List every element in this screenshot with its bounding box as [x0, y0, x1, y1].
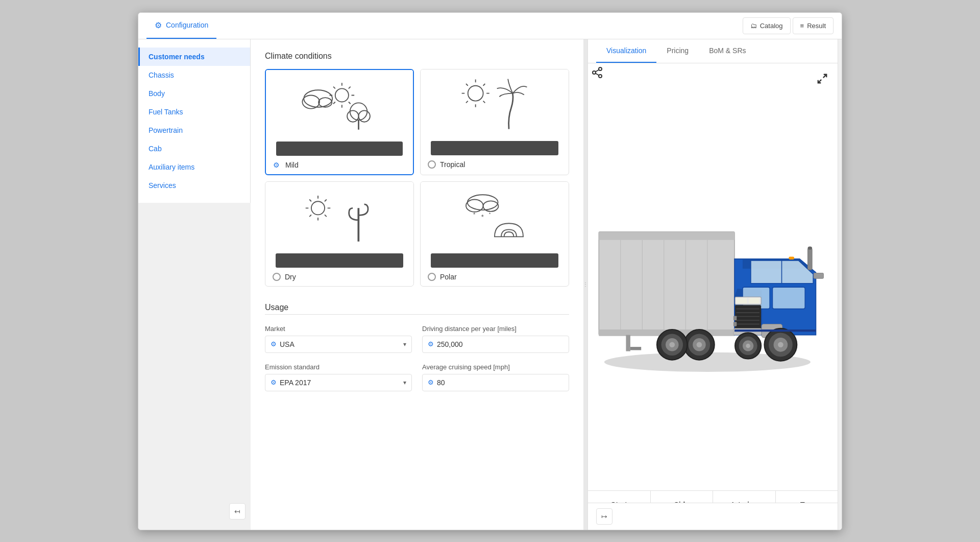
polar-radio[interactable] — [428, 273, 436, 281]
share-button[interactable] — [588, 63, 606, 82]
tab-pricing[interactable]: Pricing — [656, 39, 699, 63]
svg-line-32 — [325, 199, 327, 201]
cruising-speed-field: Average cruising speed [mph] ⚙ 80 — [422, 363, 569, 391]
svg-line-23 — [483, 84, 485, 86]
catalog-label: Catalog — [760, 22, 783, 30]
sidebar-label-powertrain: Powertrain — [149, 126, 183, 134]
sidebar-item-auxiliary[interactable]: Auxiliary items — [138, 158, 250, 176]
sidebar-label-customer-needs: Customer needs — [149, 53, 205, 61]
svg-point-93 — [746, 343, 750, 348]
market-chevron-icon: ▾ — [403, 341, 406, 348]
sidebar-label-services: Services — [149, 181, 176, 190]
sidebar-item-fuel-tanks[interactable]: Fuel Tanks — [138, 103, 250, 121]
view-interior-button[interactable]: Interior — [713, 491, 776, 503]
sidebar-label-chassis: Chassis — [149, 71, 174, 79]
dry-label-row: Dry — [265, 268, 413, 286]
svg-rect-94 — [789, 256, 794, 259]
sidebar-item-customer-needs[interactable]: Customer needs — [138, 48, 250, 66]
result-label: Result — [807, 22, 826, 30]
svg-line-33 — [309, 215, 311, 217]
polar-label-row: Polar — [421, 268, 569, 286]
climate-card-polar[interactable]: * * * — [420, 181, 569, 287]
svg-text:*: * — [481, 213, 484, 220]
view-start-button[interactable]: Start — [588, 491, 651, 503]
climate-card-dry[interactable]: Dry — [265, 181, 414, 287]
expand-right-icon: ↦ — [601, 512, 607, 521]
market-select[interactable]: ⚙ USA ▾ — [265, 336, 412, 353]
svg-line-11 — [333, 102, 335, 104]
result-button[interactable]: ≡ Result — [793, 17, 834, 34]
svg-rect-74 — [814, 273, 823, 278]
expand-right-button[interactable]: ↦ — [596, 508, 612, 525]
right-panel-tabs: Visualization Pricing BoM & SRs — [588, 39, 838, 63]
right-panel-footer: ↦ — [588, 503, 838, 530]
svg-rect-76 — [733, 316, 737, 320]
sidebar-collapse-button[interactable]: ↤ — [229, 503, 246, 520]
sidebar-item-body[interactable]: Body — [138, 84, 250, 103]
main-content: Customer needs Chassis Body Fuel Tanks P… — [138, 39, 842, 530]
resize-handle-center[interactable]: ⋮ — [583, 39, 587, 530]
emission-label: Emission standard — [265, 363, 412, 371]
emission-chevron-icon: ▾ — [403, 379, 406, 386]
sidebar: Customer needs Chassis Body Fuel Tanks P… — [138, 39, 251, 203]
svg-point-3 — [335, 88, 349, 102]
climate-grid: ⚙ Mild — [265, 69, 569, 287]
emission-select[interactable]: ⚙ EPA 2017 ▾ — [265, 374, 412, 391]
title-bar: ⚙ Configuration 🗂 Catalog ≡ Result — [138, 13, 842, 39]
svg-point-73 — [808, 246, 813, 249]
sidebar-item-services[interactable]: Services — [138, 176, 250, 195]
tropical-label: Tropical — [440, 160, 465, 169]
svg-rect-49 — [599, 231, 734, 335]
svg-line-45 — [596, 69, 599, 72]
svg-rect-95 — [734, 329, 816, 332]
polar-label: Polar — [440, 273, 457, 281]
config-tab-label: Configuration — [166, 21, 208, 29]
svg-point-25 — [311, 201, 325, 215]
sidebar-item-powertrain[interactable]: Powertrain — [138, 121, 250, 139]
svg-line-22 — [483, 101, 485, 103]
market-field: Market ⚙ USA ▾ — [265, 325, 412, 353]
truck-container — [588, 82, 838, 490]
tropical-radio[interactable] — [428, 160, 436, 169]
view-top-button[interactable]: Top — [776, 491, 838, 503]
tab-visualization[interactable]: Visualization — [596, 39, 656, 63]
start-label: Start — [611, 501, 627, 503]
title-bar-right: 🗂 Catalog ≡ Result — [743, 13, 834, 39]
svg-point-85 — [669, 342, 675, 347]
svg-point-41 — [599, 67, 602, 70]
sidebar-label-auxiliary: Auxiliary items — [149, 163, 194, 171]
right-scrollbar[interactable] — [838, 39, 842, 530]
catalog-button[interactable]: 🗂 Catalog — [743, 17, 791, 34]
climate-card-img-mild — [266, 70, 413, 142]
driving-distance-display: ⚙ 250,000 — [422, 336, 569, 353]
svg-line-31 — [325, 215, 327, 217]
dry-radio[interactable] — [273, 273, 281, 281]
climate-card-tropical[interactable]: Tropical — [420, 69, 569, 175]
usage-divider — [265, 314, 569, 315]
truck-svg — [588, 82, 838, 490]
tropical-label-row: Tropical — [421, 155, 569, 174]
center-scroll[interactable]: Climate conditions — [251, 39, 583, 530]
pricing-tab-label: Pricing — [667, 46, 689, 55]
market-gear-icon: ⚙ — [271, 340, 277, 348]
sidebar-item-chassis[interactable]: Chassis — [138, 66, 250, 84]
sidebar-item-cab[interactable]: Cab — [138, 139, 250, 158]
sidebar-label-cab: Cab — [149, 145, 162, 153]
view-buttons: Start Side Interior Top — [588, 490, 838, 503]
expand-button[interactable] — [813, 69, 831, 88]
market-value: USA — [280, 340, 400, 348]
svg-rect-50 — [599, 231, 734, 240]
result-icon: ≡ — [800, 22, 804, 30]
svg-rect-70 — [749, 298, 760, 303]
dry-label: Dry — [285, 273, 296, 281]
tab-bom-srs[interactable]: BoM & SRs — [699, 39, 756, 63]
climate-card-mild[interactable]: ⚙ Mild — [265, 69, 414, 175]
svg-rect-77 — [733, 322, 737, 326]
svg-point-81 — [697, 342, 702, 347]
svg-rect-60 — [772, 287, 805, 309]
svg-line-21 — [466, 84, 468, 86]
mild-label-row: ⚙ Mild — [266, 156, 413, 174]
config-tab[interactable]: ⚙ Configuration — [146, 13, 216, 39]
view-side-button[interactable]: Side — [651, 491, 714, 503]
climate-card-img-tropical — [421, 69, 569, 141]
